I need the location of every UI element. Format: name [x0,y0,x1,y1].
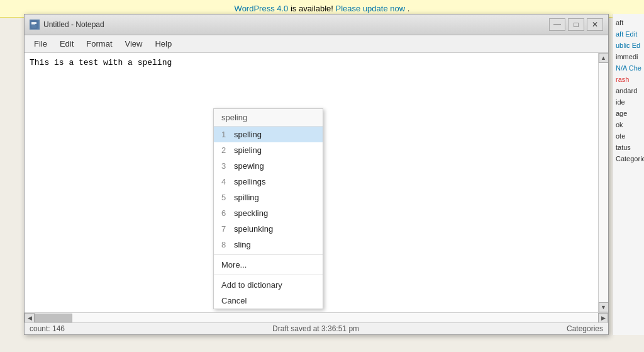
add-to-dictionary-label: Add to dictionary [221,280,282,290]
wp-sidebar-rash: rash [616,76,641,83]
menu-view[interactable]: View [119,37,148,50]
suggestion-item-6[interactable]: 6 speckling [214,205,323,221]
title-bar-controls: — □ ✕ [549,18,603,31]
svg-rect-1 [31,22,36,23]
wordpress-update-link1[interactable]: WordPress 4.0 [235,4,289,13]
scroll-track-h[interactable] [35,313,598,322]
wp-sidebar-ok: ok [616,121,641,128]
menu-file[interactable]: File [28,37,53,50]
scroll-right-arrow[interactable]: ▶ [598,313,608,323]
item-label-5: spilling [234,193,259,202]
context-menu-header: speling [214,109,323,127]
close-button[interactable]: ✕ [587,18,603,31]
item-num-8: 8 [221,240,230,249]
item-label-7: spelunking [234,224,273,234]
item-num-5: 5 [221,193,230,202]
item-label-8: sling [234,240,251,249]
notification-text-middle: is available! [291,4,336,13]
wp-sidebar-na-che[interactable]: N/A Che [616,64,641,72]
scroll-thumb-h[interactable] [35,314,72,322]
suggestion-item-8[interactable]: 8 sling [214,237,323,253]
item-label-4: spellings [234,177,266,186]
item-label-6: speckling [234,208,268,218]
wp-sidebar: aft aft Edit ublic Ed immedi N/A Che ras… [613,14,644,335]
wp-sidebar-ote: ote [616,132,641,140]
item-label-2: spieling [234,145,262,155]
item-num-7: 7 [221,224,230,234]
wp-sidebar-aft-edit[interactable]: aft Edit [616,30,641,38]
title-bar-left: Untitled - Notepad [30,20,104,30]
menu-bar: File Edit Format View Help [25,35,608,53]
menu-edit[interactable]: Edit [54,37,79,50]
suggestion-item-4[interactable]: 4 spellings [214,174,323,190]
item-num-3: 3 [221,161,230,171]
item-label-1: spelling [234,130,262,139]
status-count: count: 146 [30,324,65,333]
status-bar: count: 146 Draft saved at 3:36:51 pm Cat… [25,322,608,334]
scroll-down-arrow[interactable]: ▼ [599,302,609,312]
item-num-1: 1 [221,130,230,139]
item-num-6: 6 [221,208,230,218]
scroll-left-arrow[interactable]: ◀ [25,313,35,323]
scroll-track-v[interactable] [599,63,608,302]
wp-sidebar-immedi: immedi [616,53,641,60]
cancel-button[interactable]: Cancel [214,293,323,309]
notepad-icon [30,20,40,30]
item-num-2: 2 [221,145,230,155]
horizontal-scrollbar[interactable]: ◀ ▶ [25,312,608,322]
suggestion-item-3[interactable]: 3 spewing [214,158,323,174]
menu-format[interactable]: Format [80,37,118,50]
editor-container: This is a test with a speling speling 1 … [25,53,608,312]
title-bar: Untitled - Notepad — □ ✕ [25,14,608,35]
wp-sidebar-aft: aft [616,19,641,26]
window-title: Untitled - Notepad [43,20,104,29]
scroll-up-arrow[interactable]: ▲ [599,53,609,63]
wp-sidebar-tatus: tatus [616,144,641,151]
suggestion-item-7[interactable]: 7 spelunking [214,221,323,237]
suggestion-item-5[interactable]: 5 spilling [214,190,323,205]
context-menu: speling 1 spelling 2 spieling 3 spewing … [213,108,323,309]
svg-rect-2 [31,23,36,24]
cancel-label: Cancel [221,296,247,305]
notepad-window: Untitled - Notepad — □ ✕ File Edit Forma… [24,14,609,335]
wp-sidebar-age: age [616,110,641,117]
menu-help[interactable]: Help [149,37,177,50]
suggestion-item-2[interactable]: 2 spieling [214,142,323,158]
wordpress-update-link2[interactable]: Please update now [336,4,406,13]
maximize-button[interactable]: □ [568,18,584,31]
svg-rect-3 [31,25,35,25]
wp-sidebar-ide: ide [616,98,641,106]
wp-sidebar-categories: Categories [616,155,641,162]
item-num-4: 4 [221,177,230,186]
more-button[interactable]: More... [214,257,323,273]
vertical-scrollbar[interactable]: ▲ ▼ [598,53,608,312]
more-label: More... [221,260,247,270]
menu-divider-2 [214,275,323,275]
item-label-3: spewing [234,161,264,171]
suggestion-item-1[interactable]: 1 spelling [214,127,323,142]
categories-label: Categories [567,324,603,333]
menu-divider-1 [214,254,323,255]
add-to-dictionary-button[interactable]: Add to dictionary [214,277,323,293]
minimize-button[interactable]: — [549,18,565,31]
wp-sidebar-public[interactable]: ublic Ed [616,42,641,49]
wp-sidebar-andard: andard [616,87,641,94]
status-draft: Draft saved at 3:36:51 pm [272,324,359,333]
notification-text-end: . [408,4,410,13]
